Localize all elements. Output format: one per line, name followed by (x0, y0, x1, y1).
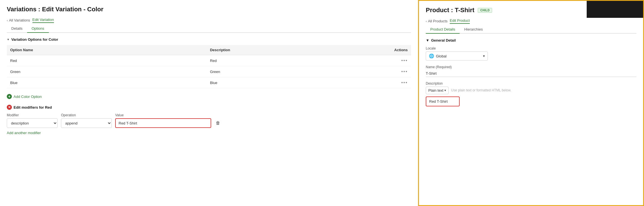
plain-text-select[interactable]: Plain text ▾ (426, 87, 449, 94)
description-field-group: Description Plain text ▾ Use plain text … (426, 81, 636, 106)
tab-options[interactable]: Options (27, 25, 49, 33)
option-desc-red: Red (207, 55, 388, 66)
error-icon: ✕ (7, 105, 12, 110)
option-desc-blue: Blue (207, 77, 388, 88)
value-field: Value (115, 113, 211, 128)
options-table: Option Name Description Actions Red Red … (7, 45, 411, 88)
plus-icon: + (7, 94, 12, 99)
page-title: Variations : Edit Variation - Color (7, 6, 411, 13)
col-description: Description (207, 45, 388, 55)
globe-icon: 🌐 (429, 53, 434, 59)
table-row: Blue Blue ••• (7, 77, 411, 88)
right-section-header[interactable]: ▼ General Detail (426, 38, 636, 42)
delete-modifier-button[interactable]: 🗑 (215, 119, 221, 127)
col-option-name: Option Name (7, 45, 207, 55)
section-header-label: Variation Options for Color (11, 37, 58, 42)
locale-select[interactable]: 🌐 Global ▾ (426, 52, 488, 61)
name-label: Name (Required) (426, 65, 636, 69)
locale-field-group: Locale 🌐 Global ▾ (426, 46, 636, 61)
value-label: Value (115, 113, 211, 117)
triangle-icon: ▼ (7, 38, 10, 41)
desc-row: Plain text ▾ Use plain text or formatted… (426, 87, 636, 94)
modifier-row: Modifier description Operation append Va… (7, 113, 411, 128)
left-panel: Variations : Edit Variation - Color ‹ Al… (0, 0, 418, 206)
table-row: Red Red ••• (7, 55, 411, 66)
right-breadcrumb: ‹ All Products Edit Product (426, 18, 636, 24)
ellipsis-btn-blue[interactable]: ••• (401, 80, 408, 85)
chevron-down-icon: ▾ (483, 54, 485, 58)
edit-modifiers-label: Edit modifiers for Red (14, 105, 52, 110)
tab-product-details[interactable]: Product Details (426, 25, 460, 34)
right-chevron-left-icon: ‹ (426, 20, 427, 23)
breadcrumb-back[interactable]: ‹ All Variations (7, 18, 30, 22)
breadcrumb-current: Edit Variation (32, 18, 54, 23)
tabs-row: Details Options (7, 25, 411, 33)
operation-field: Operation append (61, 113, 112, 128)
name-label-text: Name (Required) (426, 65, 452, 69)
tab-hierarchies[interactable]: Hierarchies (460, 25, 487, 34)
edit-modifiers-header: ✕ Edit modifiers for Red (7, 105, 411, 110)
right-tabs: Product Details Hierarchies (426, 25, 636, 34)
ellipsis-btn-green[interactable]: ••• (401, 69, 408, 74)
right-breadcrumb-current: Edit Product (450, 18, 470, 24)
right-triangle-icon: ▼ (426, 38, 429, 42)
operation-select[interactable]: append (61, 118, 112, 128)
breadcrumb-nav: ‹ All Variations Edit Variation (7, 18, 411, 23)
value-input[interactable] (115, 118, 211, 128)
option-desc-green: Green (207, 66, 388, 77)
variation-options-header[interactable]: ▼ Variation Options for Color (7, 37, 411, 42)
general-detail-label: General Detail (431, 38, 456, 42)
add-option-label: Add Color Option (14, 95, 42, 99)
right-breadcrumb-back[interactable]: ‹ All Products (426, 19, 447, 23)
modifier-select[interactable]: description (7, 118, 58, 128)
option-name-green: Green (7, 66, 207, 77)
product-title: Product : T-Shirt (426, 7, 474, 14)
plain-text-chevron-icon: ▾ (444, 89, 446, 92)
option-name-red: Red (7, 55, 207, 66)
add-color-option-button[interactable]: + Add Color Option (7, 93, 42, 100)
right-breadcrumb-back-label: All Products (428, 19, 447, 23)
desc-hint: Use plain text or formatted HTML below. (451, 87, 511, 92)
operation-label: Operation (61, 113, 112, 117)
locale-value: Global (436, 54, 447, 58)
modifier-label: Modifier (7, 113, 58, 117)
ellipsis-btn-red[interactable]: ••• (401, 58, 408, 63)
add-another-modifier-button[interactable]: Add another modifier (7, 131, 41, 135)
plain-text-label: Plain text (428, 88, 443, 93)
description-label: Description (426, 81, 636, 85)
chevron-left-icon: ‹ (7, 19, 8, 22)
modifier-field: Modifier description (7, 113, 58, 128)
breadcrumb-back-label: All Variations (9, 18, 30, 22)
name-input[interactable] (426, 70, 636, 77)
locale-left: 🌐 Global (429, 53, 447, 59)
col-actions: Actions (388, 45, 411, 55)
locale-label: Locale (426, 46, 636, 50)
table-row: Green Green ••• (7, 66, 411, 77)
tab-details[interactable]: Details (7, 25, 27, 33)
child-badge: CHILD (478, 8, 492, 13)
option-name-blue: Blue (7, 77, 207, 88)
right-panel: Product : T-Shirt CHILD ‹ All Products E… (418, 0, 644, 206)
desc-value-box: Red T-Shirt (426, 96, 460, 106)
name-field-group: Name (Required) (426, 65, 636, 77)
